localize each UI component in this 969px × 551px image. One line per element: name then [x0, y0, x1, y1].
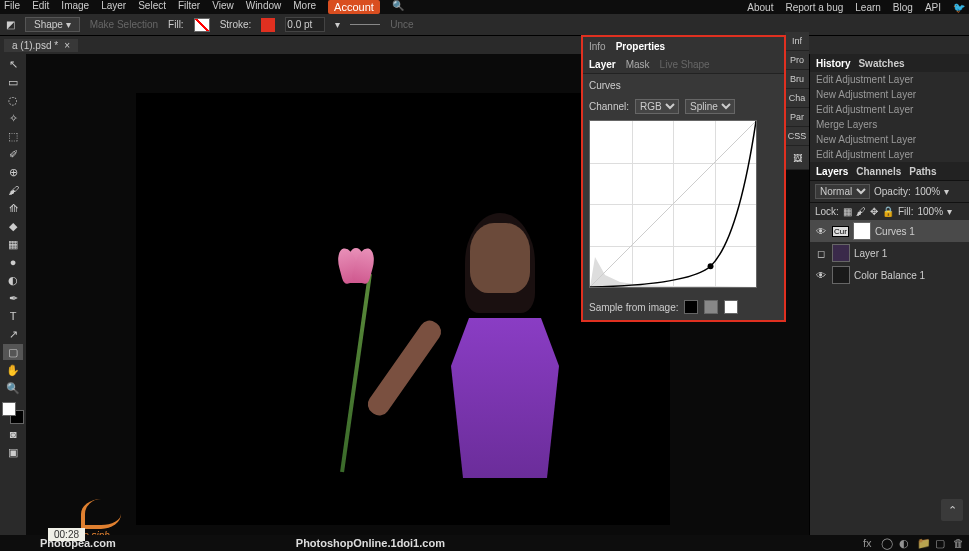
menu-more[interactable]: More — [293, 0, 316, 14]
quickmask-tool[interactable]: ◙ — [3, 426, 23, 442]
chevron-down-icon[interactable]: ▾ — [947, 206, 952, 217]
menu-blog[interactable]: Blog — [893, 2, 913, 13]
trash-icon[interactable]: 🗑 — [953, 537, 965, 549]
history-item[interactable]: Merge Layers — [810, 117, 969, 132]
menu-edit[interactable]: Edit — [32, 0, 49, 14]
history-item[interactable]: Edit Adjustment Layer — [810, 102, 969, 117]
layer-row[interactable]: ◻ Layer 1 — [810, 242, 969, 264]
blur-tool[interactable]: ● — [3, 254, 23, 270]
chevron-down-icon[interactable]: ▾ — [944, 186, 949, 197]
menu-filter[interactable]: Filter — [178, 0, 200, 14]
text-tool[interactable]: T — [3, 308, 23, 324]
document-tab[interactable]: a (1).psd * × — [4, 39, 78, 52]
eyedropper-tool[interactable]: ✐ — [3, 146, 23, 162]
properties-tab[interactable]: Properties — [616, 41, 665, 52]
shape-mode-select[interactable]: Shape ▾ — [25, 17, 80, 32]
menu-view[interactable]: View — [212, 0, 234, 14]
menu-layer[interactable]: Layer — [101, 0, 126, 14]
fill-swatch[interactable] — [194, 18, 210, 32]
layer-name[interactable]: Layer 1 — [854, 248, 887, 259]
subtab-mask[interactable]: Mask — [626, 59, 650, 70]
history-item[interactable]: New Adjustment Layer — [810, 132, 969, 147]
curve-line[interactable] — [590, 121, 756, 287]
fx-icon[interactable]: fx — [863, 537, 875, 549]
layer-name[interactable]: Curves 1 — [875, 226, 915, 237]
sample-white[interactable] — [724, 300, 738, 314]
zoom-tool[interactable]: 🔍 — [3, 380, 23, 396]
menu-about[interactable]: About — [747, 2, 773, 13]
lasso-tool[interactable]: ◌ — [3, 92, 23, 108]
interp-select[interactable]: Spline — [685, 99, 735, 114]
sample-black[interactable] — [684, 300, 698, 314]
side-tab-paragraph[interactable]: Par — [785, 108, 809, 127]
pen-tool[interactable]: ✒ — [3, 290, 23, 306]
layer-name[interactable]: Color Balance 1 — [854, 270, 925, 281]
side-tab-info[interactable]: Inf — [785, 32, 809, 51]
lock-all-icon[interactable]: 🔒 — [882, 206, 894, 217]
hand-tool[interactable]: ✋ — [3, 362, 23, 378]
folder-icon[interactable]: 📁 — [917, 537, 929, 549]
wand-tool[interactable]: ✧ — [3, 110, 23, 126]
channel-select[interactable]: RGB — [635, 99, 679, 114]
menu-select[interactable]: Select — [138, 0, 166, 14]
history-item[interactable]: Edit Adjustment Layer — [810, 147, 969, 162]
shape-tool[interactable]: ▢ — [3, 344, 23, 360]
gradient-tool[interactable]: ▦ — [3, 236, 23, 252]
menu-window[interactable]: Window — [246, 0, 282, 14]
menu-api[interactable]: API — [925, 2, 941, 13]
new-layer-icon[interactable]: ▢ — [935, 537, 947, 549]
visibility-icon[interactable]: ◻ — [814, 248, 828, 259]
search-icon[interactable]: 🔍 — [392, 0, 404, 14]
crop-tool[interactable]: ⬚ — [3, 128, 23, 144]
dodge-tool[interactable]: ◐ — [3, 272, 23, 288]
side-tab-brush[interactable]: Bru — [785, 70, 809, 89]
side-tab-properties[interactable]: Pro — [785, 51, 809, 70]
curves-editor[interactable] — [589, 120, 757, 288]
adjustment-icon[interactable]: ◐ — [899, 537, 911, 549]
scroll-top-button[interactable]: ⌃ — [941, 499, 963, 521]
menu-file[interactable]: File — [4, 0, 20, 14]
menu-image[interactable]: Image — [61, 0, 89, 14]
layers-tab[interactable]: Layers — [816, 166, 848, 177]
mask-icon[interactable]: ◯ — [881, 537, 893, 549]
lock-paint-icon[interactable]: 🖌 — [856, 206, 866, 217]
lock-move-icon[interactable]: ✥ — [870, 206, 878, 217]
marquee-tool[interactable]: ▭ — [3, 74, 23, 90]
layer-thumb[interactable] — [832, 266, 850, 284]
stroke-width-dropdown[interactable]: ▾ — [335, 19, 340, 30]
stroke-style[interactable] — [350, 24, 380, 25]
path-tool[interactable]: ↗ — [3, 326, 23, 342]
close-icon[interactable]: × — [64, 40, 70, 51]
menu-learn[interactable]: Learn — [855, 2, 881, 13]
paths-tab[interactable]: Paths — [909, 166, 936, 177]
visibility-icon[interactable]: 👁 — [814, 270, 828, 281]
subtab-layer[interactable]: Layer — [589, 59, 616, 70]
visibility-icon[interactable]: 👁 — [814, 226, 828, 237]
layer-row[interactable]: 👁 Color Balance 1 — [810, 264, 969, 286]
channels-tab[interactable]: Channels — [856, 166, 901, 177]
info-tab[interactable]: Info — [589, 41, 606, 52]
history-item[interactable]: Edit Adjustment Layer — [810, 72, 969, 87]
move-tool[interactable]: ↖ — [3, 56, 23, 72]
lock-transparency-icon[interactable]: ▦ — [843, 206, 852, 217]
menu-account[interactable]: Account — [328, 0, 380, 14]
blend-mode-select[interactable]: Normal — [815, 184, 870, 199]
side-tab-css[interactable]: CSS — [785, 127, 809, 146]
history-item[interactable]: New Adjustment Layer — [810, 87, 969, 102]
layer-thumb[interactable] — [832, 244, 850, 262]
side-tab-image-icon[interactable]: 🖼 — [785, 146, 809, 170]
swatches-tab[interactable]: Swatches — [858, 58, 904, 69]
heal-tool[interactable]: ⊕ — [3, 164, 23, 180]
brush-tool[interactable]: 🖌 — [3, 182, 23, 198]
color-swatches[interactable] — [2, 402, 24, 424]
menu-report[interactable]: Report a bug — [785, 2, 843, 13]
layer-row[interactable]: 👁 Cur Curves 1 — [810, 220, 969, 242]
sample-gray[interactable] — [704, 300, 718, 314]
stroke-swatch[interactable] — [261, 18, 275, 32]
curve-point[interactable] — [708, 263, 714, 269]
foreground-color[interactable] — [2, 402, 16, 416]
fill-value[interactable]: 100% — [917, 206, 943, 217]
opacity-value[interactable]: 100% — [915, 186, 941, 197]
screenmode-tool[interactable]: ▣ — [3, 444, 23, 460]
twitter-icon[interactable]: 🐦 — [953, 2, 965, 13]
